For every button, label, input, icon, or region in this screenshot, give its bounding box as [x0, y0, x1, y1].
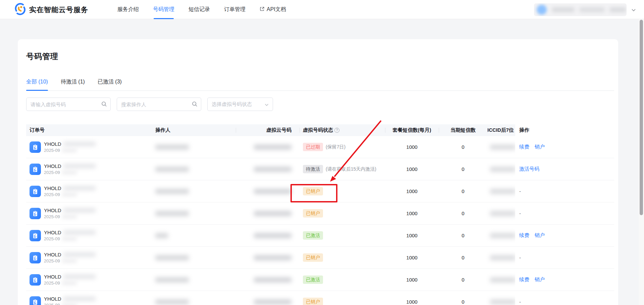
redacted-iccid: [490, 299, 516, 305]
redacted-user-text: [610, 7, 626, 12]
nav-item-order-management[interactable]: 订单管理: [224, 0, 246, 19]
current-sms-count: 0: [439, 180, 487, 202]
status-note: (请在获取后15天内激活): [326, 166, 376, 172]
cancel-account-link[interactable]: 销户: [535, 232, 545, 239]
redacted-date: [62, 237, 77, 241]
redacted-iccid: [490, 144, 516, 150]
brand: 实在智能云号服务: [14, 0, 88, 19]
operator-search-input[interactable]: [117, 98, 201, 111]
table-header: 订单号 操作人 虚拟云号码 虚拟号码状态 ? 套餐短信数(每月) 当期短信数 I…: [26, 124, 614, 136]
plan-sms-count: 1000: [385, 202, 439, 224]
redacted-date: [62, 303, 77, 305]
table-row: YHOLD 2025-09 待激活 (请在获取后15天内激活) 1000 0 激…: [26, 158, 614, 180]
col-header-current-sms: 当期短信数: [439, 124, 487, 136]
external-link-icon: [260, 6, 265, 13]
col-header-operator: 操作人: [155, 124, 236, 136]
redacted-virtual-number: [254, 189, 291, 194]
redacted-order-number: [63, 142, 96, 146]
tab-all[interactable]: 全部 (10): [26, 78, 48, 90]
redacted-operator: [155, 277, 189, 283]
user-menu[interactable]: [534, 3, 627, 16]
order-date-prefix: 2025-09: [44, 258, 60, 263]
col-header-status: 虚拟号码状态 ?: [300, 124, 385, 136]
order-number-prefix: YHOLD: [44, 230, 61, 235]
tab-pending-activation[interactable]: 待激活 (1): [61, 78, 85, 90]
numbers-table: 订单号 操作人 虚拟云号码 虚拟号码状态 ? 套餐短信数(每月) 当期短信数 I…: [26, 124, 614, 305]
redacted-operator: [155, 189, 189, 194]
nav-label: 短信记录: [189, 6, 210, 13]
nav-item-number-management[interactable]: 号码管理: [153, 0, 174, 19]
no-action: -: [519, 255, 521, 260]
order-number-prefix: YHOLD: [44, 274, 61, 280]
no-action: -: [519, 188, 521, 194]
plan-sms-count: 1000: [385, 158, 439, 180]
table-row: YHOLD 2025-09 已销户 1000 0 -: [26, 202, 614, 225]
status-badge: 已激活: [303, 231, 323, 240]
plan-sms-count: 1000: [385, 136, 439, 158]
redacted-iccid: [490, 255, 516, 260]
col-header-action: 操作: [515, 124, 614, 136]
operator-search: [117, 98, 201, 111]
redacted-operator: [155, 144, 189, 150]
nav-label: API文档: [267, 6, 286, 13]
virtual-number-search-input[interactable]: [26, 98, 111, 111]
table-row: YHOLD 2025-09 已激活 1000 0 续费 销户: [26, 269, 614, 291]
status-note: (保留7日): [326, 144, 345, 150]
order-icon: [30, 230, 41, 241]
nav-label: 服务介绍: [117, 6, 139, 13]
status-select-placeholder: 选择虚拟号码状态: [212, 101, 252, 108]
redacted-date: [62, 148, 77, 152]
status-badge: 已销户: [303, 209, 323, 218]
nav-item-service-intro[interactable]: 服务介绍: [117, 0, 139, 19]
table-row: YHOLD 2025-09 已激活 1000 0 续费 销户: [26, 225, 614, 247]
renew-link[interactable]: 续费: [519, 232, 529, 239]
col-header-plan-sms: 套餐短信数(每月): [385, 124, 439, 136]
redacted-iccid: [490, 189, 516, 194]
order-icon: [30, 252, 41, 263]
status-badge: 待激活: [303, 165, 323, 173]
table-row: YHOLD 2025-09 已过期 (保留7日) 1000 0 续费 销户: [26, 136, 614, 158]
redacted-iccid: [490, 167, 516, 172]
col-header-virtual-number: 虚拟云号码: [236, 124, 300, 136]
redacted-virtual-number: [254, 299, 291, 305]
redacted-order-number: [63, 297, 96, 301]
scrollbar-thumb[interactable]: [640, 20, 643, 215]
top-nav: 实在智能云号服务 服务介绍 号码管理 短信记录 订单管理 API文档: [0, 0, 644, 19]
redacted-order-number: [63, 230, 96, 235]
status-select[interactable]: 选择虚拟号码状态: [207, 98, 273, 111]
redacted-virtual-number: [254, 144, 291, 150]
chevron-down-icon[interactable]: [631, 7, 636, 13]
cancel-account-link[interactable]: 销户: [535, 144, 545, 150]
redacted-iccid: [490, 211, 516, 216]
activate-number-link[interactable]: 激活号码: [519, 166, 539, 172]
order-number-prefix: YHOLD: [44, 163, 61, 169]
order-date-prefix: 2025-09: [44, 192, 60, 197]
current-sms-count: 0: [439, 269, 487, 291]
order-date-prefix: 2025-09: [44, 170, 60, 175]
status-badge: 已销户: [303, 253, 323, 262]
nav-item-api-docs[interactable]: API文档: [260, 0, 286, 19]
brand-logo-icon: [14, 3, 26, 16]
col-header-order: 订单号: [26, 124, 155, 136]
order-number-prefix: YHOLD: [44, 252, 61, 257]
order-icon: [30, 208, 41, 219]
order-number-prefix: YHOLD: [44, 185, 61, 191]
order-date-prefix: 2025-09: [44, 236, 60, 241]
renew-link[interactable]: 续费: [519, 144, 529, 150]
redacted-iccid: [490, 277, 516, 283]
renew-link[interactable]: 续费: [519, 277, 529, 283]
current-sms-count: 0: [439, 158, 487, 180]
avatar: [537, 5, 547, 15]
help-icon[interactable]: ?: [334, 128, 339, 133]
order-date-prefix: 2025-09: [44, 281, 60, 286]
redacted-order-number: [63, 208, 96, 212]
cancel-account-link[interactable]: 销户: [535, 277, 545, 283]
order-date-prefix: 2025-09: [44, 303, 60, 305]
current-sms-count: 0: [439, 247, 487, 268]
redacted-date: [62, 193, 77, 196]
tab-activated[interactable]: 已激活 (3): [98, 78, 122, 90]
nav-item-sms-records[interactable]: 短信记录: [189, 0, 210, 19]
page-title: 号码管理: [26, 51, 614, 62]
order-number-prefix: YHOLD: [44, 141, 61, 147]
redacted-operator: [155, 233, 168, 238]
